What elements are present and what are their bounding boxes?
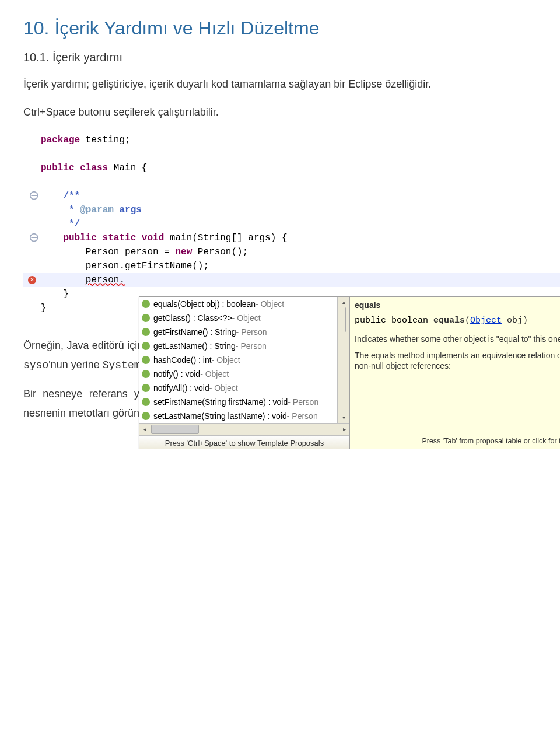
scroll-thumb[interactable] (345, 307, 346, 332)
javadoc: * (63, 205, 80, 215)
horizontal-scrollbar[interactable]: ◂ ▸ (139, 423, 349, 435)
kw-class: class (75, 163, 108, 173)
code-text: Person(); (192, 247, 248, 257)
suggestion-label: getLastName() : String (153, 341, 236, 351)
scroll-right-icon[interactable]: ▸ (339, 424, 349, 435)
suggestion-item[interactable]: hashCode() : int - Object (139, 353, 337, 367)
error-code-text: person. (86, 275, 125, 285)
suggestion-label: getClass() : Class<?> (153, 313, 232, 323)
kw-public: public (63, 233, 97, 243)
suggestion-origin: - Person (287, 411, 318, 421)
javadoc: */ (63, 219, 80, 229)
content-assist-popup: equals(Object obj) : boolean - Object ge… (139, 296, 560, 450)
javadoc: args (114, 205, 142, 215)
doc-signature: public boolean equals(Object obj) (355, 316, 560, 326)
code-text: Person person = (86, 247, 176, 257)
suggestion-label: notify() : void (153, 369, 200, 379)
kw-public: public (41, 163, 75, 173)
code-text: person.getFirstName(); (86, 261, 209, 271)
suggestion-origin: - Person (236, 327, 267, 337)
suggestion-origin: - Object (200, 369, 229, 379)
javadoc-pane: equals public boolean equals(Object obj)… (349, 297, 560, 450)
suggestion-item[interactable]: setLastName(String lastName) : void - Pe… (139, 409, 337, 423)
scroll-thumb[interactable] (151, 425, 199, 434)
suggestion-origin: - Object (212, 355, 240, 365)
suggestion-label: setFirstName(String firstName) : void (153, 397, 288, 407)
kw-static: static (97, 233, 136, 243)
inline-code: syso (23, 359, 48, 371)
code-text: } (63, 289, 69, 299)
suggestion-item[interactable]: setFirstName(String firstName) : void - … (139, 395, 337, 409)
paragraph-2: Ctrl+Space butonu seçilerek çalıştırılab… (23, 103, 537, 121)
scroll-up-icon[interactable]: ▴ (338, 297, 349, 307)
vertical-scrollbar[interactable]: ▴ ▾ (337, 297, 349, 423)
scroll-left-icon[interactable]: ◂ (139, 424, 150, 435)
suggestion-label: equals(Object obj) : boolean (153, 299, 256, 309)
doc-footer-hint: Press 'Tab' from proposal table or click… (355, 436, 560, 450)
doc-title: equals (355, 300, 560, 310)
code-text: Main { (108, 163, 147, 173)
suggestion-list-pane: equals(Object obj) : boolean - Object ge… (139, 297, 349, 450)
suggestion-item[interactable]: getFirstName() : String - Person (139, 325, 337, 339)
kw-package: package (41, 135, 80, 145)
suggestion-item[interactable]: getClass() : Class<?> - Object (139, 311, 337, 325)
method-icon (142, 328, 150, 336)
javadoc-tag: @param (80, 205, 114, 215)
suggestion-item[interactable]: equals(Object obj) : boolean - Object (139, 297, 337, 311)
suggestion-label: notifyAll() : void (153, 383, 209, 393)
suggestion-item[interactable]: notifyAll() : void - Object (139, 381, 337, 395)
suggestion-item[interactable]: notify() : void - Object (139, 367, 337, 381)
suggestion-list[interactable]: equals(Object obj) : boolean - Object ge… (139, 297, 337, 423)
javadoc: /** (63, 191, 80, 201)
suggestion-origin: - Object (209, 383, 238, 393)
section-heading: 10. İçerik Yardımı ve Hızlı Düzeltme (23, 18, 537, 39)
fold-icon[interactable]: ⊖ (29, 193, 36, 200)
kw-void: void (136, 233, 164, 243)
code-text: testing; (80, 135, 130, 145)
suggestion-origin: - Person (288, 397, 318, 407)
scroll-down-icon[interactable]: ▾ (338, 412, 349, 423)
code-text: } (41, 303, 47, 313)
suggestion-origin: - Person (236, 341, 267, 351)
kw-new: new (175, 247, 192, 257)
suggestion-label: getFirstName() : String (153, 327, 236, 337)
method-icon (142, 370, 150, 378)
method-icon (142, 300, 150, 308)
list-footer-hint: Press 'Ctrl+Space' to show Template Prop… (139, 435, 349, 450)
error-icon[interactable]: ✕ (28, 276, 36, 284)
code-text: main(String[] args) { (164, 233, 287, 243)
method-icon (142, 356, 150, 364)
suggestion-item[interactable]: getLastName() : String - Person (139, 339, 337, 353)
suggestion-origin: - Object (256, 299, 284, 309)
method-icon (142, 384, 150, 392)
method-icon (142, 412, 150, 420)
suggestion-label: hashCode() : int (153, 355, 212, 365)
paragraph-1: İçerik yardımı; geliştiriciye, içerik du… (23, 75, 537, 93)
method-icon (142, 314, 150, 322)
eclipse-editor-screenshot: package testing; public class Main { ⊖ /… (23, 132, 560, 315)
subsection-heading: 10.1. İçerik yardımı (23, 51, 537, 64)
doc-paragraph: Indicates whether some other object is "… (355, 334, 560, 344)
suggestion-label: setLastName(String lastName) : void (153, 411, 287, 421)
type-link[interactable]: Object (470, 316, 502, 326)
method-icon (142, 342, 150, 350)
doc-paragraph: The equals method implements an equivale… (355, 350, 560, 371)
method-icon (142, 398, 150, 406)
suggestion-origin: - Object (232, 313, 261, 323)
fold-icon[interactable]: ⊖ (29, 235, 36, 242)
